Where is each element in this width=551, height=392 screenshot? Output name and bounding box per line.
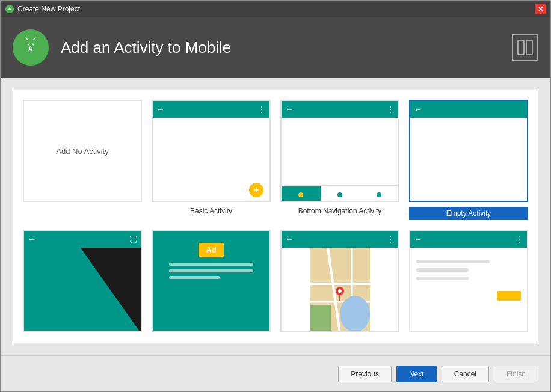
main-content: Add No Activity ← ⋮ + — [1, 78, 550, 355]
fullscreen-mockup: ← ⛶ — [24, 231, 141, 332]
basic-toolbar: ← ⋮ — [153, 101, 269, 118]
basic-activity-preview: ← ⋮ + — [152, 100, 271, 202]
settings-fields — [410, 248, 527, 313]
svg-line-5 — [26, 38, 28, 40]
empty-activity-preview: ← — [409, 100, 528, 202]
window-title: Create New Project — [17, 5, 80, 13]
empty-mockup: ← — [410, 101, 527, 202]
no-activity-text: Add No Activity — [56, 147, 108, 156]
nav-dot-1 — [298, 192, 303, 197]
ad-lines — [169, 263, 253, 279]
layout-icon — [512, 34, 538, 61]
svg-rect-16 — [310, 305, 331, 332]
next-button[interactable]: Next — [396, 366, 437, 382]
no-activity-preview: Add No Activity — [23, 100, 142, 202]
back-arrow-icon-2: ← — [285, 105, 294, 114]
login-preview: ← ⋮ — [409, 230, 528, 332]
bottom-nav-toolbar: ← ⋮ — [282, 101, 398, 118]
login-mockup: ← ⋮ — [410, 231, 527, 332]
svg-line-6 — [34, 38, 35, 40]
bottom-nav-item-2 — [321, 186, 360, 202]
activity-card-login[interactable]: ← ⋮ — [409, 230, 528, 332]
bottom-nav-bar — [282, 185, 398, 202]
app-icon — [5, 5, 14, 13]
map-svg — [282, 248, 398, 332]
activity-card-bottom-nav[interactable]: ← ⋮ — [280, 100, 399, 220]
basic-phone-mockup: ← ⋮ + — [153, 101, 269, 202]
maps-content — [282, 248, 398, 332]
bottom-nav-content — [282, 118, 398, 202]
bottom-nav-preview: ← ⋮ — [280, 100, 399, 202]
activity-card-maps[interactable]: ← ⋮ — [280, 230, 399, 332]
bottom-nav-label: Bottom Navigation Activity — [298, 207, 382, 215]
page-title: Add an Activity to Mobile — [61, 38, 500, 57]
ad-line-1 — [169, 263, 253, 266]
back-arrow-icon-3: ← — [414, 105, 422, 114]
layout-icon-svg — [517, 39, 534, 56]
activity-card-fullscreen[interactable]: ← ⛶ — [23, 230, 142, 332]
svg-text:A: A — [28, 46, 32, 52]
menu-dots-icon-4: ⋮ — [516, 235, 523, 243]
menu-dots-icon-2: ⋮ — [387, 105, 395, 114]
maps-mockup: ← ⋮ — [282, 231, 398, 332]
svg-rect-9 — [526, 40, 532, 55]
svg-point-18 — [338, 289, 342, 293]
ad-line-2 — [169, 269, 253, 272]
fullscreen-preview: ← ⛶ — [23, 230, 142, 332]
back-arrow-icon-6: ← — [414, 234, 422, 244]
menu-dots-icon: ⋮ — [258, 105, 266, 114]
ad-badge: Ad — [199, 243, 223, 257]
basic-activity-label: Basic Activity — [190, 207, 232, 215]
main-window: Create New Project ✕ A Add an Activity t… — [0, 0, 551, 392]
svg-point-15 — [340, 296, 370, 332]
empty-activity-label: Empty Activity — [409, 207, 528, 220]
android-logo-svg: A — [20, 37, 42, 58]
activity-grid-container[interactable]: Add No Activity ← ⋮ + — [13, 90, 538, 343]
activity-card-no-activity[interactable]: Add No Activity — [23, 100, 142, 220]
back-arrow-icon-5: ← — [285, 234, 294, 244]
fab-icon: + — [249, 183, 263, 197]
bottom-nav-item-1 — [282, 186, 321, 202]
back-arrow-icon-4: ← — [28, 234, 36, 244]
fullscreen-toolbar: ← ⛶ — [24, 231, 141, 248]
login-toolbar: ← ⋮ — [410, 231, 527, 248]
bottom-nav-item-3 — [359, 186, 398, 202]
fullscreen-content — [24, 248, 141, 332]
activity-card-basic[interactable]: ← ⋮ + Basic Activity — [152, 100, 271, 220]
wizard-header: A Add an Activity to Mobile — [1, 17, 550, 78]
nav-dot-3 — [377, 192, 381, 197]
diagonal-overlay — [81, 248, 141, 332]
maps-preview: ← ⋮ — [280, 230, 399, 332]
cancel-button[interactable]: Cancel — [442, 366, 489, 382]
empty-toolbar: ← — [410, 101, 527, 118]
field-line-2 — [416, 268, 469, 272]
title-bar-left: Create New Project — [5, 5, 80, 13]
ad-content: Ad — [153, 231, 269, 331]
close-button[interactable]: ✕ — [535, 4, 546, 14]
activity-card-native[interactable]: Ad — [152, 230, 271, 332]
wizard-footer: Previous Next Cancel Finish — [1, 355, 550, 391]
nav-dot-2 — [337, 192, 342, 197]
native-preview: Ad — [152, 230, 271, 332]
field-line-1 — [416, 260, 490, 263]
empty-content — [410, 118, 527, 202]
login-content — [410, 248, 527, 332]
title-bar: Create New Project ✕ — [1, 1, 550, 17]
expand-icon: ⛶ — [129, 235, 137, 244]
svg-rect-8 — [518, 40, 524, 55]
finish-button[interactable]: Finish — [494, 366, 538, 382]
menu-dots-icon-3: ⋮ — [387, 235, 395, 243]
activity-card-empty[interactable]: ← Empty Activity — [409, 100, 528, 220]
maps-toolbar: ← ⋮ — [282, 231, 398, 248]
previous-button[interactable]: Previous — [338, 366, 392, 382]
activity-grid: Add No Activity ← ⋮ + — [23, 100, 528, 332]
android-logo: A — [13, 29, 49, 66]
bottom-nav-mockup: ← ⋮ — [282, 101, 398, 202]
basic-content: + — [153, 118, 269, 202]
back-arrow-icon: ← — [156, 105, 165, 114]
field-line-3 — [416, 277, 469, 280]
login-button-preview — [497, 291, 521, 301]
ad-line-3 — [169, 276, 220, 279]
